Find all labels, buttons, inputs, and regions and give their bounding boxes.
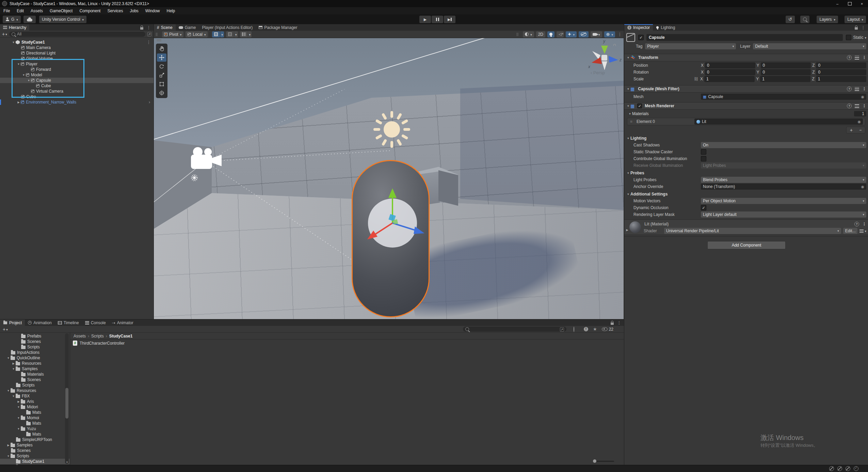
lighting-foldout[interactable]: Lighting <box>624 135 868 142</box>
foldout-icon[interactable] <box>626 105 630 108</box>
tree-item[interactable]: Materials <box>0 372 70 377</box>
component-menu-icon[interactable] <box>862 86 866 91</box>
axis-y-label[interactable]: y <box>603 39 606 44</box>
icon-size-slider[interactable] <box>593 461 614 462</box>
renderer-enabled-checkbox[interactable] <box>637 104 642 108</box>
compile-ok-icon[interactable] <box>854 466 858 471</box>
open-new-window-icon[interactable] <box>147 32 151 36</box>
tab-project[interactable]: Project <box>0 319 25 326</box>
add-material-button[interactable] <box>850 127 853 133</box>
light-probes-dropdown[interactable]: Blend Probes <box>701 177 866 183</box>
saved-search-star-icon[interactable] <box>593 327 597 332</box>
menu-services[interactable]: Services <box>104 7 126 14</box>
hierarchy-item[interactable]: Global Volume <box>0 56 154 61</box>
create-add-button[interactable] <box>2 31 7 37</box>
shader-list-dropdown[interactable] <box>859 229 866 233</box>
tree-item[interactable]: Resources <box>0 388 70 393</box>
rotation-z-field[interactable]: 0 <box>816 69 866 75</box>
contribute-gi-checkbox[interactable] <box>701 156 706 161</box>
tab-animation[interactable]: Animation <box>25 319 54 326</box>
perspective-label[interactable]: ‹ Persp <box>591 70 605 75</box>
importance-filter-icon[interactable] <box>584 327 588 331</box>
foldout-icon[interactable] <box>16 400 21 403</box>
static-dropdown-icon[interactable] <box>865 35 866 40</box>
foldout-icon[interactable] <box>626 88 630 91</box>
scale-y-field[interactable]: 1 <box>760 76 810 82</box>
add-component-button[interactable]: Add Component <box>707 241 786 249</box>
account-dropdown[interactable]: G <box>3 16 21 23</box>
menu-gameobject[interactable]: GameObject <box>46 7 76 14</box>
2d-toggle[interactable]: 2D <box>536 31 545 37</box>
foldout-icon[interactable] <box>626 172 630 175</box>
debugger-status-icon[interactable] <box>829 466 834 471</box>
open-search-window-icon[interactable] <box>560 327 564 332</box>
materials-count-field[interactable]: 1 <box>854 111 866 116</box>
tree-item[interactable]: Momoi <box>0 415 70 421</box>
panel-menu-icon[interactable] <box>147 25 151 30</box>
tab-hierarchy[interactable]: Hierarchy <box>0 24 29 31</box>
move-gizmo[interactable] <box>352 182 433 264</box>
refresh-status-icon[interactable] <box>846 466 850 471</box>
foldout-icon[interactable] <box>21 74 26 77</box>
component-menu-icon[interactable] <box>862 55 866 60</box>
minimize-button[interactable]: – <box>831 0 843 7</box>
position-z-field[interactable]: 0 <box>816 62 866 68</box>
create-asset-button[interactable] <box>3 327 8 332</box>
layers-dropdown[interactable]: Layers <box>817 16 838 23</box>
presets-icon[interactable] <box>855 56 859 60</box>
rotate-tool[interactable] <box>157 62 166 70</box>
tree-item[interactable]: Mats <box>0 410 70 415</box>
active-checkbox[interactable] <box>638 35 644 40</box>
foldout-icon[interactable] <box>11 362 16 365</box>
material-element-row[interactable]: = Element 0 Lit <box>627 118 865 125</box>
rotation-x-field[interactable]: 0 <box>705 69 755 75</box>
panel-menu-icon[interactable] <box>618 32 622 37</box>
lock-icon[interactable] <box>611 322 614 325</box>
tab-package-manager[interactable]: Package Manager <box>256 24 300 31</box>
menu-help[interactable]: Help <box>163 7 179 14</box>
tree-item[interactable]: Mats <box>0 421 70 426</box>
materials-row[interactable]: Materials 1 <box>624 110 868 117</box>
tree-item[interactable]: Samples <box>0 366 70 372</box>
additional-settings-foldout[interactable]: Additional Settings <box>624 191 868 198</box>
slider-knob[interactable] <box>593 459 596 463</box>
shading-mode-dropdown[interactable] <box>523 31 534 37</box>
tab-player-input-actions[interactable]: Player (Input Actions Editor) <box>199 24 256 31</box>
hierarchy-item[interactable]: Forward <box>0 67 154 72</box>
snap-increment-dropdown[interactable] <box>248 31 252 37</box>
foldout-icon[interactable] <box>16 406 21 409</box>
foldout-icon[interactable] <box>16 63 21 66</box>
tree-item[interactable]: SimpleURPToon <box>0 437 70 442</box>
presets-icon[interactable] <box>855 104 859 108</box>
sun-light-gizmo-icon[interactable] <box>371 109 412 150</box>
hierarchy-search-input[interactable]: All <box>9 32 145 37</box>
tree-item[interactable]: FBX <box>0 393 70 399</box>
tab-animator[interactable]: Animator <box>109 319 136 326</box>
help-icon[interactable] <box>847 104 852 108</box>
tab-inspector[interactable]: Inspector <box>624 24 653 31</box>
move-tool-selected[interactable] <box>157 53 166 62</box>
hierarchy-item-scene[interactable]: StudyCase1 <box>0 40 154 45</box>
close-button[interactable]: × <box>856 0 868 7</box>
tree-item[interactable]: InputActions <box>0 350 70 355</box>
grid-visibility-dropdown[interactable] <box>234 31 238 37</box>
visible-count[interactable]: 22 <box>602 327 613 332</box>
play-button[interactable] <box>419 16 431 23</box>
scrollbar-thumb[interactable] <box>65 388 68 419</box>
tree-scrollbar[interactable] <box>65 333 69 464</box>
material-object-field[interactable]: Lit <box>694 119 863 125</box>
cache-server-status-icon[interactable] <box>837 466 842 471</box>
grid-snapping-toggle[interactable] <box>212 31 220 37</box>
tree-item-selected[interactable]: StudyCase1 <box>0 459 70 464</box>
foldout-icon[interactable] <box>6 357 11 360</box>
lock-icon[interactable] <box>855 27 858 30</box>
scroll-down-icon[interactable]: ▼ <box>66 461 68 464</box>
hierarchy-item[interactable]: Cube <box>0 83 154 89</box>
foldout-icon[interactable] <box>16 416 21 420</box>
scene-viewport[interactable]: y x z ‹ Persp <box>154 38 624 319</box>
pause-button[interactable] <box>432 16 443 23</box>
menu-assets[interactable]: Assets <box>27 7 46 14</box>
rotation-y-field[interactable]: 0 <box>761 69 811 75</box>
foldout-icon[interactable] <box>16 427 21 430</box>
tree-item[interactable]: Mats <box>0 431 70 437</box>
